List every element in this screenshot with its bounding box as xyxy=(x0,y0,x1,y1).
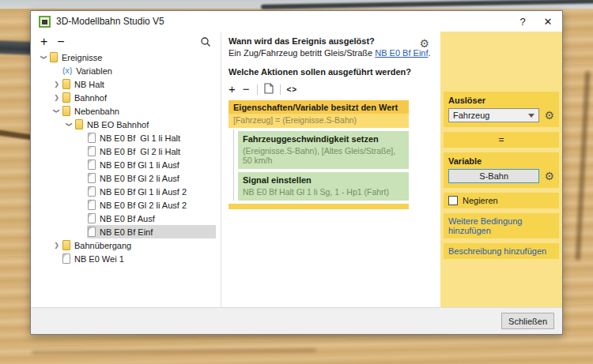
gear-icon[interactable]: ⚙ xyxy=(544,110,554,121)
doc-icon xyxy=(88,159,96,170)
tree-item-label: NB E0 Bf Gl 2 li Halt xyxy=(100,147,180,156)
tree-item[interactable]: NB E0 Bf Gl 1 li Ausf 2 xyxy=(31,185,221,198)
help-button[interactable]: ? xyxy=(510,12,535,31)
tree-item-label: NB EO Bahnhof xyxy=(87,120,149,129)
add-condition-link[interactable]: Weitere Bedingung hinzufügen xyxy=(444,213,559,238)
action-group: Fahrzeuggeschwindigkeit setzen(Ereigniss… xyxy=(229,131,409,201)
chevron-down-icon xyxy=(528,114,534,118)
event-tree-panel: + − ❯Ereignisse(x)Variablen❯NB Halt❯Bahn… xyxy=(31,32,221,307)
tree-item-body: NB E0 Bf Einf xyxy=(87,225,216,238)
tree-item-body: Bahnhof xyxy=(62,91,216,104)
chevron-right-icon[interactable]: ❯ xyxy=(51,81,62,88)
action-subtitle: NB E0 Bf Halt Gl 1 li Sg, 1 - Hp1 (Fahrt… xyxy=(243,187,404,197)
tree-item-body: NB E0 Wei 1 xyxy=(62,252,216,265)
negate-label: Negieren xyxy=(463,196,498,205)
action-title: Signal einstellen xyxy=(243,175,404,185)
chevron-right-icon[interactable]: ❯ xyxy=(51,94,62,101)
tree-item[interactable]: NB E0 Bf Gl 2 li Halt xyxy=(31,144,221,158)
condition-block[interactable]: Eigenschaften/Variable besitzt den Wert … xyxy=(229,100,409,128)
tree-item[interactable]: NB E0 Bf Gl 2 li Ausf xyxy=(31,171,221,185)
folder-icon xyxy=(62,79,70,89)
tree-item-body: NB Halt xyxy=(62,77,216,91)
trigger-section: Auslöser Fahrzeug ⚙ xyxy=(444,92,559,127)
doc-icon xyxy=(88,173,96,183)
tree-item-label: Variablen xyxy=(76,66,112,76)
folder-icon xyxy=(62,92,70,103)
tree-item[interactable]: (x)Variablen xyxy=(31,64,221,77)
condition-end-bar xyxy=(229,204,409,209)
close-button[interactable]: Schließen xyxy=(501,313,554,329)
tree-item-label: NB E0 Bf Gl 1 li Halt xyxy=(100,133,180,143)
event-detail-panel: ⚙ Wann wird das Ereignis ausgelöst? Ein … xyxy=(221,32,440,307)
remove-event-button[interactable]: − xyxy=(57,36,64,47)
trigger-select-value: Fahrzeug xyxy=(453,111,489,120)
tree-item-body: NB EO Bahnhof xyxy=(74,118,216,131)
titlebar[interactable]: 3D-Modellbahn Studio V5 ? ✕ xyxy=(31,11,562,32)
doc-icon xyxy=(88,227,96,237)
add-action-button[interactable]: + xyxy=(229,84,236,95)
tree-item-label: NB E0 Bf Gl 1 li Ausf xyxy=(100,160,179,170)
tree-item-label: NB E0 Bf Gl 2 li Ausf 2 xyxy=(100,201,187,210)
tree-item-body: Bahnübergang xyxy=(62,238,216,252)
variable-value-button[interactable]: S-Bahn xyxy=(448,169,539,183)
tree-toolbar: + − xyxy=(31,34,221,51)
tree-item[interactable]: NB E0 Bf Gl 1 li Ausf xyxy=(31,158,221,171)
doc-icon xyxy=(88,200,96,210)
window-title: 3D-Modellbahn Studio V5 xyxy=(56,16,164,27)
tree-item-body: Ereignisse xyxy=(49,51,216,64)
tree-item[interactable]: ❯Nebenbahn xyxy=(31,104,221,118)
dialog-footer: Schließen xyxy=(31,307,562,334)
tree-item-label: NB E0 Bf Einf xyxy=(100,227,153,237)
tree-item[interactable]: ❯NB EO Bahnhof xyxy=(31,118,221,131)
close-window-button[interactable]: ✕ xyxy=(535,12,561,31)
tree-item[interactable]: NB E0 Bf Einf xyxy=(31,225,221,238)
tree-item-label: Ereignisse xyxy=(62,53,102,62)
tree-item[interactable]: ❯NB Halt xyxy=(31,77,221,91)
folder-icon xyxy=(50,52,58,62)
tree-item[interactable]: ❯Ereignisse xyxy=(31,51,221,64)
folder-icon xyxy=(62,106,70,116)
folder-icon xyxy=(75,119,83,129)
actions-question: Welche Aktionen sollen ausgeführt werden… xyxy=(229,67,440,77)
copy-icon[interactable] xyxy=(264,83,274,96)
tree-item[interactable]: NB E0 Wei 1 xyxy=(31,252,221,265)
trigger-select[interactable]: Fahrzeug xyxy=(448,108,539,122)
tree-item-body: NB E0 Bf Gl 1 li Halt xyxy=(87,131,216,144)
trigger-sentence: Ein Zug/Fahrzeug betritt Gleis/Straße NB… xyxy=(229,48,440,58)
tree-item[interactable]: ❯Bahnhof xyxy=(31,91,221,104)
dialog-content: + − ❯Ereignisse(x)Variablen❯NB Halt❯Bahn… xyxy=(31,32,562,307)
code-view-button[interactable]: <> xyxy=(287,85,298,94)
chevron-right-icon[interactable]: ❯ xyxy=(51,242,62,249)
condition-subtitle: [Fahrzeug] = (Ereignisse.S-Bahn) xyxy=(229,114,409,128)
tree-item[interactable]: NB E0 Bf Gl 2 li Ausf 2 xyxy=(31,198,221,212)
add-event-button[interactable]: + xyxy=(40,36,47,47)
doc-icon xyxy=(88,213,96,223)
action-subtitle: (Ereignisse.S-Bahn), [Altes Gleis/Straße… xyxy=(243,146,404,165)
tree-item-body: NB E0 Bf Ausf xyxy=(87,212,216,225)
chevron-down-icon[interactable]: ❯ xyxy=(66,119,73,129)
tree-item[interactable]: NB E0 Bf Gl 1 li Halt xyxy=(31,131,221,144)
app-logo-icon xyxy=(39,16,51,28)
operator-section[interactable]: = xyxy=(444,132,559,148)
negate-checkbox[interactable] xyxy=(448,196,458,205)
action-block[interactable]: Signal einstellenNB E0 Bf Halt Gl 1 li S… xyxy=(238,172,409,201)
trigger-prefix: Ein Zug/Fahrzeug betritt Gleis/Straße xyxy=(229,48,375,58)
tree-item-label: Bahnhof xyxy=(74,93,107,103)
tree-item[interactable]: NB E0 Bf Ausf xyxy=(31,212,221,225)
trigger-question: Wann wird das Ereignis ausgelöst? xyxy=(229,36,440,46)
search-icon[interactable] xyxy=(200,36,211,47)
action-block[interactable]: Fahrzeuggeschwindigkeit setzen(Ereigniss… xyxy=(238,131,409,169)
remove-action-button[interactable]: − xyxy=(243,84,250,95)
tree-item[interactable]: ❯Bahnübergang xyxy=(31,238,221,252)
tree-list: ❯Ereignisse(x)Variablen❯NB Halt❯Bahnhof❯… xyxy=(31,51,221,307)
tree-item-body: NB E0 Bf Gl 2 li Halt xyxy=(87,144,216,158)
doc-icon xyxy=(88,133,96,143)
chevron-down-icon[interactable]: ❯ xyxy=(40,52,47,62)
tree-item-label: Nebenbahn xyxy=(74,107,119,116)
chevron-down-icon[interactable]: ❯ xyxy=(53,106,60,116)
tree-item-body: (x)Variablen xyxy=(62,64,216,77)
toolbar-separator xyxy=(280,84,281,95)
add-description-link[interactable]: Beschreibung hinzufügen xyxy=(444,243,559,259)
gear-icon[interactable]: ⚙ xyxy=(544,171,554,182)
gear-icon[interactable]: ⚙ xyxy=(419,38,429,49)
